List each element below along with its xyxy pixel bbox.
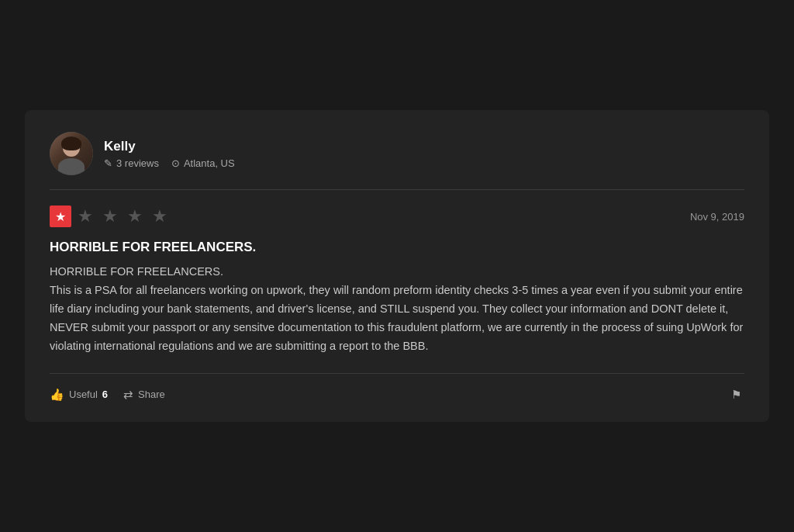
avatar (50, 132, 93, 175)
star-4: ★ (124, 206, 146, 227)
star-3: ★ (99, 206, 121, 227)
user-meta: ✎ 3 reviews ⊙ Atlanta, US (104, 157, 235, 169)
user-section: Kelly ✎ 3 reviews ⊙ Atlanta, US (50, 132, 744, 190)
star-2: ★ (74, 206, 96, 227)
share-button[interactable]: ⇄ Share (123, 385, 165, 405)
useful-count: 6 (102, 389, 108, 400)
star-5: ★ (149, 206, 171, 227)
star-1: ★ (50, 206, 71, 227)
useful-label: Useful (69, 389, 98, 400)
location-meta: ⊙ Atlanta, US (171, 157, 235, 169)
star-rating: ★ ★ ★ ★ ★ (50, 206, 171, 227)
reviews-meta: ✎ 3 reviews (104, 157, 159, 169)
flag-button[interactable]: ⚑ (728, 385, 744, 405)
useful-button[interactable]: 👍 Useful 6 (50, 385, 108, 405)
review-body: HORRIBLE FOR FREELANCERS. This is a PSA … (50, 263, 744, 356)
reviews-count: 3 reviews (116, 157, 159, 169)
review-actions: 👍 Useful 6 ⇄ Share ⚑ (50, 373, 744, 405)
review-content: ★ ★ ★ ★ ★ Nov 9, 2019 HORRIBLE FOR FREEL… (50, 190, 744, 405)
location-icon: ⊙ (171, 157, 180, 169)
user-info: Kelly ✎ 3 reviews ⊙ Atlanta, US (104, 139, 235, 169)
thumbs-up-icon: 👍 (50, 388, 64, 402)
review-title: HORRIBLE FOR FREELANCERS. (50, 240, 744, 255)
actions-left: 👍 Useful 6 ⇄ Share (50, 385, 165, 405)
user-name: Kelly (104, 139, 235, 154)
share-label: Share (138, 389, 165, 400)
edit-icon: ✎ (104, 157, 112, 169)
share-icon: ⇄ (123, 388, 133, 402)
review-date: Nov 9, 2019 (690, 211, 744, 223)
user-location: Atlanta, US (184, 157, 235, 169)
flag-icon: ⚑ (731, 388, 741, 401)
rating-row: ★ ★ ★ ★ ★ Nov 9, 2019 (50, 206, 744, 227)
review-card: Kelly ✎ 3 reviews ⊙ Atlanta, US ★ ★ ★ (25, 110, 769, 422)
